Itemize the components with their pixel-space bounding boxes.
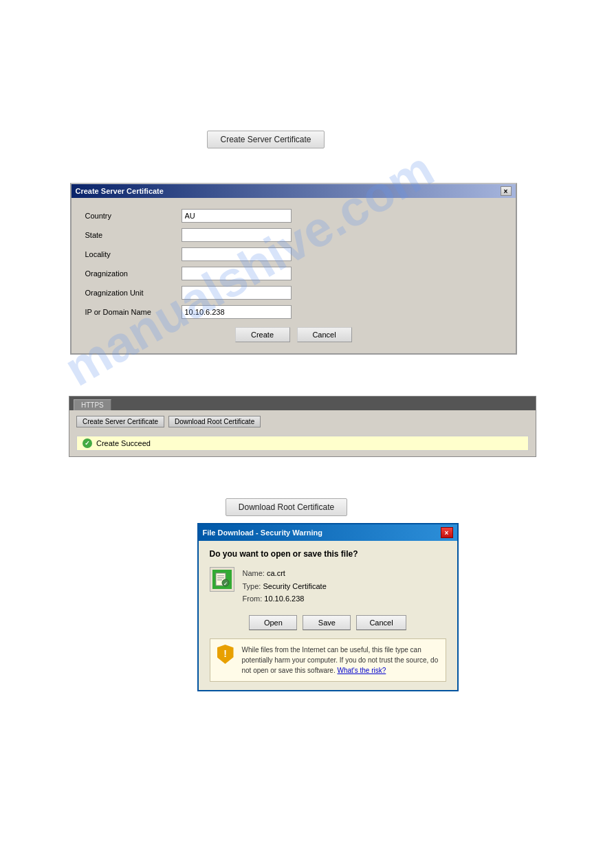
file-type-row: Type: Security Certificate (243, 580, 327, 593)
create-button[interactable]: Create (235, 327, 290, 342)
label-ip-domain: IP or Domain Name (85, 308, 182, 316)
https-panel: HTTPS Create Server Certificate Download… (69, 396, 536, 457)
https-download-root-button[interactable]: Download Root Certificate (168, 416, 261, 427)
label-state: State (85, 231, 182, 239)
input-country[interactable] (182, 209, 292, 223)
file-download-question: Do you want to open or save this file? (210, 549, 446, 559)
cancel-button[interactable]: Cancel (297, 327, 352, 342)
warning-text: While files from the Internet can be use… (242, 645, 439, 676)
input-ip-domain[interactable] (182, 305, 292, 319)
dialog-content: Country State Locality Oragnization Orag… (72, 198, 516, 353)
exclamation-mark: ! (223, 648, 227, 659)
name-label: Name: (243, 569, 265, 577)
form-row-locality: Locality (85, 247, 502, 261)
file-download-cancel-button[interactable]: Cancel (356, 615, 406, 630)
file-download-titlebar: File Download - Security Warning × (199, 524, 457, 541)
input-locality[interactable] (182, 247, 292, 261)
file-icon-inner: ✓ (212, 570, 232, 589)
type-label: Type: (243, 582, 261, 590)
form-row-country: Country (85, 209, 502, 223)
file-download-title: File Download - Security Warning (203, 528, 322, 537)
form-row-ip-domain: IP or Domain Name (85, 305, 502, 319)
svg-rect-2 (217, 577, 224, 579)
svg-text:✓: ✓ (223, 581, 228, 586)
file-download-content: Do you want to open or save this file? ✓ (199, 541, 457, 690)
https-tab[interactable]: HTTPS (74, 399, 111, 410)
create-server-certificate-button[interactable]: Create Server Certificate (207, 131, 324, 148)
from-label: From: (243, 594, 263, 603)
form-row-organization-unit: Oragnization Unit (85, 286, 502, 300)
form-row-state: State (85, 228, 502, 242)
label-organization: Oragnization (85, 269, 182, 278)
from-value: 10.10.6.238 (264, 594, 304, 603)
file-type-icon: ✓ (210, 567, 234, 592)
download-action-buttons: Open Save Cancel (210, 615, 446, 630)
name-value: ca.crt (267, 569, 285, 577)
dialog-close-button[interactable]: × (501, 186, 512, 196)
file-from-row: From: 10.10.6.238 (243, 592, 327, 605)
dialog-title: Create Server Certificate (76, 187, 164, 195)
dialog-titlebar: Create Server Certificate × (72, 184, 516, 198)
https-section: HTTPS Create Server Certificate Download… (69, 396, 614, 457)
https-tab-bar: HTTPS (69, 397, 536, 410)
input-organization[interactable] (182, 267, 292, 280)
https-buttons-row: Create Server Certificate Download Root … (69, 410, 536, 433)
form-row-organization: Oragnization (85, 267, 502, 280)
save-button[interactable]: Save (303, 615, 351, 630)
warning-shield-icon: ! (217, 645, 237, 664)
svg-rect-3 (217, 579, 222, 581)
file-name-row: Name: ca.crt (243, 567, 327, 580)
label-organization-unit: Oragnization Unit (85, 289, 182, 297)
success-icon: ✓ (83, 438, 92, 448)
label-locality: Locality (85, 250, 182, 258)
file-download-dialog: File Download - Security Warning × Do yo… (197, 523, 459, 691)
shield-shape: ! (217, 645, 234, 664)
create-cert-dialog-section: Create Server Certificate × Country Stat… (0, 183, 614, 355)
input-state[interactable] (182, 228, 292, 242)
file-details: Name: ca.crt Type: Security Certificate … (243, 567, 327, 605)
create-cert-dialog: Create Server Certificate × Country Stat… (70, 183, 517, 355)
file-download-close-button[interactable]: × (441, 527, 453, 538)
type-value: Security Certificate (263, 582, 326, 590)
download-root-certificate-button[interactable]: Download Root Certificate (226, 498, 347, 516)
dialog-buttons: Create Cancel (85, 327, 502, 342)
https-create-cert-button[interactable]: Create Server Certificate (76, 416, 164, 427)
label-country: Country (85, 212, 182, 220)
success-bar: ✓ Create Succeed (76, 436, 529, 451)
svg-rect-1 (217, 575, 224, 577)
section-create-cert-button: Create Server Certificate (0, 0, 614, 148)
file-download-dialog-section: File Download - Security Warning × Do yo… (41, 523, 614, 691)
open-button[interactable]: Open (249, 615, 297, 630)
whats-the-risk-link[interactable]: What's the risk? (337, 667, 386, 674)
input-organization-unit[interactable] (182, 286, 292, 300)
file-download-info: ✓ Name: ca.crt Type: Security Certificat… (210, 567, 446, 605)
warning-section: ! While files from the Internet can be u… (210, 638, 446, 682)
success-text: Create Succeed (96, 439, 151, 447)
download-root-cert-section: Download Root Certificate (0, 498, 614, 516)
